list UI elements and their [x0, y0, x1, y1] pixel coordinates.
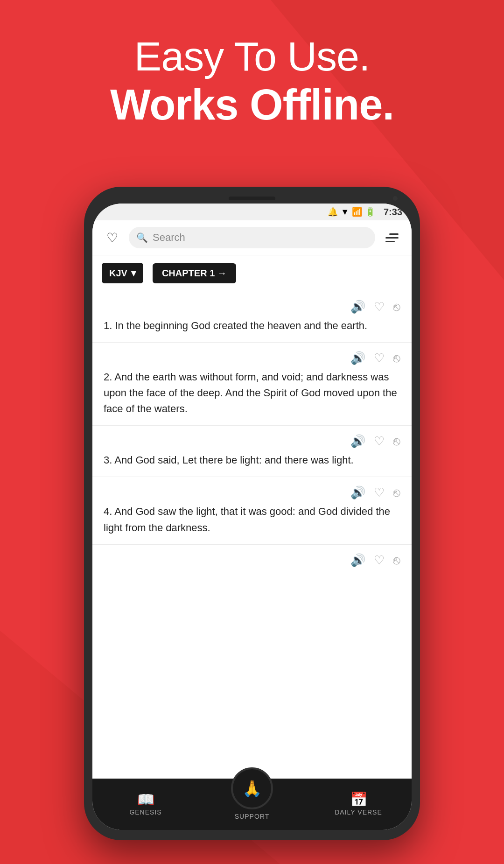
phone-top-bar — [92, 195, 412, 202]
verse-4-audio-button[interactable]: 🔊 — [350, 485, 365, 500]
verse-2-text: 2. And the earth was without form, and v… — [104, 369, 400, 417]
version-label: KJV — [109, 268, 127, 279]
verse-3-like-button[interactable]: ♡ — [374, 434, 385, 449]
verse-1-share-button[interactable]: ⎋ — [393, 300, 400, 314]
verse-1-text: 1. In the beginning God created the heav… — [104, 318, 400, 334]
verse-item: 🔊 ♡ ⎋ 4. And God saw the light, that it … — [92, 477, 412, 544]
heart-icon: ♡ — [106, 230, 118, 246]
phone-camera — [393, 196, 398, 201]
hero-line2: Works Offline. — [0, 80, 504, 129]
verse-item: 🔊 ♡ ⎋ — [92, 545, 412, 580]
verse-4-actions: 🔊 ♡ ⎋ — [104, 482, 400, 500]
verse-1-like-button[interactable]: ♡ — [374, 300, 385, 314]
support-circle: 🙏 — [231, 767, 273, 809]
verse-3-share-button[interactable]: ⎋ — [393, 434, 400, 449]
verse-1-actions: 🔊 ♡ ⎋ — [104, 296, 400, 314]
search-bar[interactable]: 🔍 Search — [129, 227, 375, 248]
status-icons: 🔔 ▼ 📶 🔋 — [328, 207, 375, 217]
daily-verse-nav-label: DAILY VERSE — [335, 808, 382, 816]
search-placeholder: Search — [153, 232, 185, 244]
genesis-nav-label: GENESIS — [129, 808, 161, 816]
verse-3-audio-button[interactable]: 🔊 — [350, 434, 365, 449]
bottom-navigation: 📖 GENESIS 🙏 SUPPORT 📅 DAILY VERSE — [92, 779, 412, 830]
hero-line1: Easy To Use. — [0, 33, 504, 80]
calendar-icon: 📅 — [350, 793, 367, 807]
screen-status-bar: 🔔 ▼ 📶 🔋 7:33 — [92, 204, 412, 220]
wifi-icon: ▼ — [341, 207, 349, 217]
nav-item-genesis[interactable]: 📖 GENESIS — [92, 793, 199, 816]
nav-item-daily-verse[interactable]: 📅 DAILY VERSE — [305, 793, 412, 816]
verse-item: 🔊 ♡ ⎋ 2. And the earth was without form,… — [92, 343, 412, 426]
hero-section: Easy To Use. Works Offline. — [0, 33, 504, 129]
version-selector[interactable]: KJV ▾ — [102, 263, 143, 283]
search-icon: 🔍 — [136, 232, 148, 243]
verse-1-audio-button[interactable]: 🔊 — [350, 300, 365, 314]
app-header: ♡ 🔍 Search — [92, 220, 412, 255]
verse-2-actions: 🔊 ♡ ⎋ — [104, 347, 400, 365]
battery-icon: 🔋 — [365, 207, 375, 217]
chapter-selector[interactable]: CHAPTER 1 → — [153, 263, 236, 283]
verse-3-text: 3. And God said, Let there be light: and… — [104, 452, 400, 468]
status-time: 7:33 — [384, 207, 402, 218]
verse-2-share-button[interactable]: ⎋ — [393, 351, 400, 365]
menu-button[interactable] — [382, 227, 402, 248]
phone-screen: 🔔 ▼ 📶 🔋 7:33 ♡ 🔍 Search — [92, 204, 412, 830]
verse-2-like-button[interactable]: ♡ — [374, 351, 385, 365]
verse-5-share-button[interactable]: ⎋ — [393, 553, 400, 568]
verse-2-audio-button[interactable]: 🔊 — [350, 351, 365, 365]
verse-content-area: 🔊 ♡ ⎋ 1. In the beginning God created th… — [92, 291, 412, 779]
support-nav-label: SUPPORT — [235, 813, 269, 820]
favorite-button[interactable]: ♡ — [102, 227, 122, 248]
signal-icon: 📶 — [352, 207, 362, 217]
verse-5-like-button[interactable]: ♡ — [374, 553, 385, 568]
verse-3-actions: 🔊 ♡ ⎋ — [104, 430, 400, 449]
verse-item: 🔊 ♡ ⎋ 3. And God said, Let there be ligh… — [92, 426, 412, 477]
verse-5-actions: 🔊 ♡ ⎋ — [104, 549, 400, 568]
hamburger-icon — [385, 233, 399, 242]
support-icon: 🙏 — [242, 780, 262, 796]
chapter-label: CHAPTER 1 → — [162, 268, 227, 278]
notifications-icon: 🔔 — [328, 207, 338, 217]
phone-device: 🔔 ▼ 📶 🔋 7:33 ♡ 🔍 Search — [84, 187, 420, 840]
verse-4-like-button[interactable]: ♡ — [374, 485, 385, 500]
phone-speaker — [229, 197, 275, 200]
verse-4-text: 4. And God saw the light, that it was go… — [104, 504, 400, 535]
chapter-bar: KJV ▾ CHAPTER 1 → — [92, 255, 412, 291]
verse-item: 🔊 ♡ ⎋ 1. In the beginning God created th… — [92, 291, 412, 343]
verse-4-share-button[interactable]: ⎋ — [393, 485, 400, 500]
verse-5-audio-button[interactable]: 🔊 — [350, 553, 365, 568]
nav-item-support[interactable]: 🙏 SUPPORT — [199, 788, 305, 820]
version-dropdown-icon: ▾ — [131, 267, 136, 279]
book-icon: 📖 — [137, 793, 154, 807]
